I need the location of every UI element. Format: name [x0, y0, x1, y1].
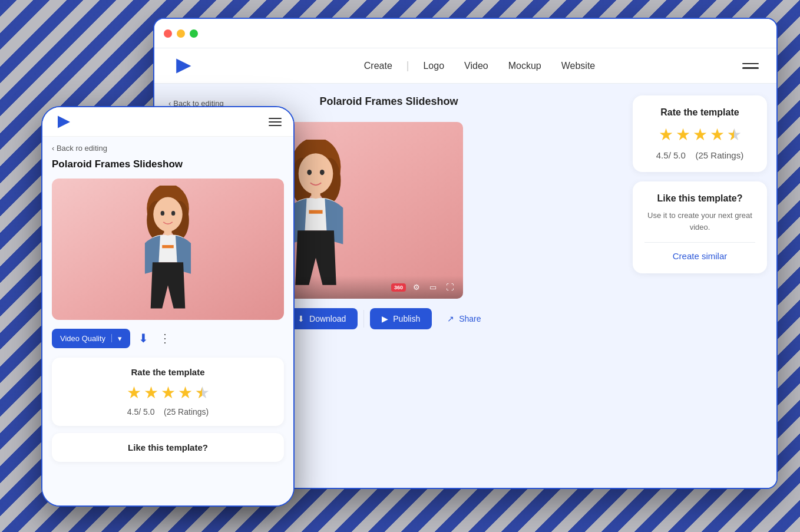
desktop-navbar: Create | Logo Video Mockup Website [154, 48, 776, 84]
window-close-button[interactable] [164, 29, 172, 38]
star-4: ★ [710, 125, 725, 144]
page-title: Polaroid Frames Slideshow [319, 95, 458, 108]
desktop-sidebar: Rate the template ★ ★ ★ ★ ★ ★ 4.5/ 5.0 (… [623, 84, 776, 488]
rating-numbers: 4.5/ 5.0 (25 Ratings) [644, 150, 755, 160]
mobile-star-2: ★ [144, 383, 158, 402]
mobile-chevron-down-icon: ▾ [118, 334, 122, 343]
svg-rect-7 [309, 210, 322, 214]
mobile-content: ‹ Back ro editing Polaroid Frames Slides… [42, 137, 293, 505]
screen-button[interactable]: ▭ [427, 280, 439, 294]
svg-rect-16 [162, 245, 174, 248]
svg-point-14 [171, 211, 176, 216]
svg-point-5 [320, 170, 325, 175]
mobile-more-button[interactable]: ⋮ [157, 329, 173, 348]
create-similar-button[interactable]: Create similar [673, 251, 728, 261]
hamburger-line-2 [742, 67, 759, 69]
window-minimize-button[interactable] [177, 29, 185, 38]
mobile-like-title: Like this template? [61, 442, 275, 452]
mobile-star-rating[interactable]: ★ ★ ★ ★ ★ ★ [61, 383, 275, 402]
mobile-action-bar: Video Quality ▾ ⬇ ⋮ [52, 328, 284, 348]
desktop-rating-card: Rate the template ★ ★ ★ ★ ★ ★ 4.5/ 5.0 (… [633, 95, 767, 172]
screen-icon: ▭ [429, 283, 437, 292]
share-label: Share [459, 314, 481, 323]
action-divider-2 [363, 310, 364, 328]
logo-play-icon [176, 58, 191, 73]
mobile-video-quality-button[interactable]: Video Quality ▾ [52, 329, 130, 348]
mobile-star-half-5: ★ ★ [195, 383, 210, 402]
fullscreen-icon: ⛶ [446, 283, 454, 292]
mobile-page-title: Polaroid Frames Slideshow [52, 158, 284, 170]
mobile-woman-illustration [130, 186, 206, 320]
publish-button[interactable]: ▶ Publish [370, 308, 432, 329]
nav-divider: | [406, 60, 409, 72]
download-label: Download [309, 314, 346, 323]
mobile-rating-card: Rate the template ★ ★ ★ ★ ★ ★ 4.5/ 5.0 (… [52, 358, 284, 426]
nav-link-mockup[interactable]: Mockup [500, 57, 550, 75]
publish-label: Publish [393, 314, 420, 323]
settings-video-button[interactable]: ⚙ [411, 280, 422, 294]
nav-logo[interactable] [172, 55, 193, 77]
svg-point-4 [307, 170, 312, 175]
star-1: ★ [659, 125, 673, 144]
svg-point-12 [153, 197, 183, 232]
settings-icon: ⚙ [413, 283, 420, 292]
rating-score: 4.5/ 5.0 [656, 150, 686, 160]
download-icon: ⬇ [297, 314, 305, 323]
star-2: ★ [676, 125, 690, 144]
star-rating[interactable]: ★ ★ ★ ★ ★ ★ [644, 125, 755, 144]
rating-card-title: Rate the template [644, 107, 755, 118]
fullscreen-button[interactable]: ⛶ [444, 280, 456, 294]
nav-link-video[interactable]: Video [456, 57, 497, 75]
nav-links: Create | Logo Video Mockup Website [217, 57, 742, 75]
mobile-logo [54, 113, 72, 131]
mobile-star-3: ★ [161, 383, 176, 402]
mobile-hamburger-line-3 [269, 125, 282, 126]
share-icon: ↗ [447, 314, 454, 323]
publish-icon: ▶ [382, 314, 388, 323]
download-button[interactable]: ⬇ Download [286, 308, 358, 329]
window-maximize-button[interactable] [190, 29, 198, 38]
mobile-quality-sep [111, 334, 112, 342]
mobile-star-1: ★ [127, 383, 141, 402]
mobile-browser-window: ‹ Back ro editing Polaroid Frames Slides… [41, 106, 295, 507]
mobile-download-button[interactable]: ⬇ [136, 328, 151, 348]
like-card-description: Use it to create your next great video. [644, 210, 755, 233]
mobile-rating-score: 4.5/ 5.0 [127, 407, 155, 417]
mobile-back-link[interactable]: ‹ Back ro editing [52, 144, 284, 153]
like-card-divider [644, 242, 755, 243]
badge-360: 360 [391, 283, 406, 292]
like-card-title: Like this template? [644, 193, 755, 204]
svg-marker-8 [58, 115, 70, 128]
mobile-rating-numbers: 4.5/ 5.0 (25 Ratings) [61, 407, 275, 417]
svg-point-3 [299, 153, 333, 194]
mobile-rating-count: (25 Ratings) [164, 407, 209, 417]
mobile-star-4: ★ [178, 383, 193, 402]
star-3: ★ [693, 125, 708, 144]
mobile-more-icon: ⋮ [159, 332, 171, 345]
desktop-titlebar [154, 19, 776, 48]
mobile-quality-label: Video Quality [60, 334, 105, 343]
nav-link-logo[interactable]: Logo [415, 57, 452, 75]
rating-count: (25 Ratings) [696, 150, 744, 160]
nav-link-website[interactable]: Website [553, 57, 604, 75]
share-button[interactable]: ↗ Share [438, 308, 490, 329]
mobile-rating-title: Rate the template [61, 367, 275, 377]
mobile-like-card: Like this template? [52, 433, 284, 462]
mobile-download-icon: ⬇ [138, 332, 148, 345]
video-right-controls: 360 ⚙ ▭ ⛶ [391, 280, 456, 294]
hamburger-line-1 [742, 63, 759, 65]
mobile-hamburger-line-2 [269, 121, 282, 123]
mobile-titlebar [42, 107, 293, 137]
desktop-like-card: Like this template? Use it to create you… [633, 181, 767, 273]
nav-link-create[interactable]: Create [356, 57, 401, 75]
svg-point-13 [161, 211, 165, 216]
mobile-video-thumbnail[interactable] [52, 179, 284, 320]
star-half-5: ★ ★ [727, 125, 742, 144]
mobile-hamburger-menu[interactable] [269, 118, 282, 126]
mobile-hamburger-line-1 [269, 118, 282, 119]
nav-hamburger-menu[interactable] [742, 63, 759, 69]
